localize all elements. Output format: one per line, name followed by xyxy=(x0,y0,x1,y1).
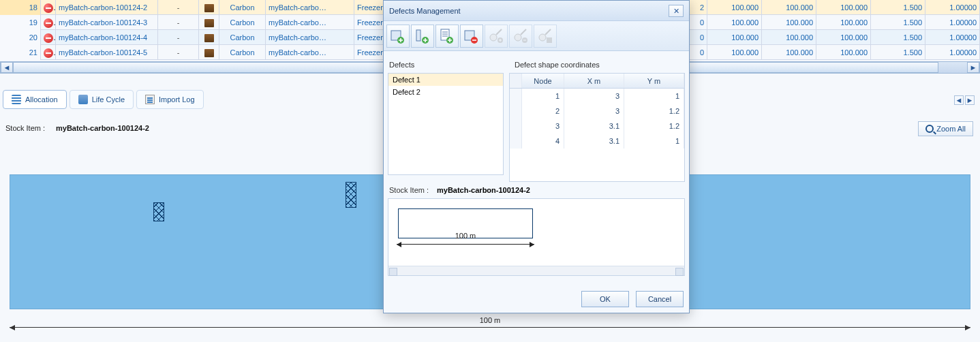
svg-rect-13 xyxy=(547,37,552,43)
book-icon-cell xyxy=(199,45,219,60)
tab-allocation-label: Allocation xyxy=(25,95,58,104)
row-v2: 100.000 xyxy=(762,15,816,30)
row-v3: 100.000 xyxy=(816,15,871,30)
coord-x[interactable]: 3.1 xyxy=(564,119,624,134)
scroll-left-button[interactable]: ◄ xyxy=(1,62,13,73)
add-node-button xyxy=(485,25,508,48)
stock-item-label: Stock Item : xyxy=(5,124,45,132)
row-v2: 100.000 xyxy=(762,0,816,15)
ok-button[interactable]: OK xyxy=(581,291,629,307)
col-node: Node xyxy=(522,74,564,88)
row-name: myBatch-carbon-100124-5 xyxy=(56,45,158,60)
row-dash: - xyxy=(158,45,199,60)
defects-list[interactable]: Defect 1Defect 2 xyxy=(388,73,504,175)
status-icon-cell xyxy=(41,15,56,30)
defect-marker-1[interactable] xyxy=(153,202,164,221)
minus-icon xyxy=(44,48,53,58)
remove-defect-icon xyxy=(463,28,480,44)
status-icon-cell xyxy=(41,45,56,60)
col-x: X m xyxy=(564,74,624,88)
row-batch: myBatch-carbo… xyxy=(266,0,354,15)
tab-import-log[interactable]: Import Log xyxy=(136,90,204,109)
clear-nodes-icon xyxy=(537,28,553,44)
dimension-text: 100 m xyxy=(477,316,504,324)
row-dash: - xyxy=(158,30,199,45)
dialog-toolbar xyxy=(384,21,689,51)
add-shape-icon xyxy=(414,28,431,44)
dialog-canvas-scrollbar[interactable] xyxy=(388,266,684,275)
row-v3: 100.000 xyxy=(816,45,871,60)
coord-row[interactable]: 43.11 xyxy=(510,134,684,149)
svg-point-10 xyxy=(515,34,521,41)
add-shape-button[interactable] xyxy=(411,25,434,48)
row-name: myBatch-carbon-100124-3 xyxy=(56,15,158,30)
dialog-close-button[interactable]: ✕ xyxy=(669,5,684,17)
coord-node: 1 xyxy=(522,89,564,104)
row-index: 21 xyxy=(0,45,41,60)
row-batch: myBatch-carbo… xyxy=(266,30,354,45)
coord-x[interactable]: 3 xyxy=(564,104,624,119)
row-name: myBatch-carbon-100124-2 xyxy=(56,0,158,15)
book-icon xyxy=(204,49,214,57)
coord-row[interactable]: 131 xyxy=(510,89,684,104)
row-v4: 1.500 xyxy=(871,30,925,45)
row-name: myBatch-carbon-100124-4 xyxy=(56,30,158,45)
minus-icon xyxy=(44,18,53,28)
zoom-all-button[interactable]: Zoom All xyxy=(918,121,973,136)
svg-point-12 xyxy=(539,34,546,41)
coord-row[interactable]: 33.11.2 xyxy=(510,119,684,134)
dialog-dimension: 100 m xyxy=(397,244,534,245)
row-v5: 1.00000 xyxy=(925,0,980,15)
row-v4: 1.500 xyxy=(871,15,925,30)
tab-life-cycle[interactable]: Life Cycle xyxy=(70,90,134,109)
coord-row[interactable]: 231.2 xyxy=(510,104,684,119)
row-v1: 100.000 xyxy=(707,15,762,30)
coord-y[interactable]: 1 xyxy=(624,134,684,149)
row-v3: 100.000 xyxy=(816,30,871,45)
coord-x[interactable]: 3 xyxy=(564,89,624,104)
coord-x[interactable]: 3.1 xyxy=(564,134,624,149)
pager: ◄ ► xyxy=(954,95,975,105)
svg-point-8 xyxy=(490,34,497,41)
row-batch: myBatch-carbo… xyxy=(266,45,354,60)
zoom-icon xyxy=(925,125,934,133)
coord-y[interactable]: 1 xyxy=(624,89,684,104)
dialog-canvas[interactable]: 100 m xyxy=(388,198,685,276)
stock-item-value: myBatch-carbon-100124-2 xyxy=(56,124,149,132)
dialog-title: Defects Management xyxy=(389,7,461,15)
row-batch: myBatch-carbo… xyxy=(266,15,354,30)
book-icon xyxy=(204,4,214,12)
pager-prev[interactable]: ◄ xyxy=(954,95,964,105)
svg-rect-2 xyxy=(416,30,420,41)
cancel-button[interactable]: Cancel xyxy=(636,291,684,307)
row-v2: 100.000 xyxy=(762,30,816,45)
tab-allocation[interactable]: Allocation xyxy=(3,90,67,109)
dialog-titlebar[interactable]: Defects Management ✕ xyxy=(384,1,689,21)
import-defects-icon xyxy=(439,28,455,44)
import-defects-button[interactable] xyxy=(435,25,459,48)
status-icon-cell xyxy=(41,0,56,15)
row-index: 18 xyxy=(0,0,41,15)
defects-list-label: Defects xyxy=(389,61,414,69)
pager-next[interactable]: ► xyxy=(965,95,975,105)
book-icon xyxy=(204,34,214,42)
detail-tabs: Allocation Life Cycle Import Log xyxy=(3,90,204,109)
coord-y[interactable]: 1.2 xyxy=(624,104,684,119)
scroll-right-button[interactable]: ► xyxy=(967,62,979,73)
row-v4: 1.500 xyxy=(871,0,925,15)
remove-defect-button[interactable] xyxy=(460,25,483,48)
coordinates-grid[interactable]: Node X m Y m 131231.233.11.243.11 xyxy=(509,73,685,182)
add-defect-button[interactable] xyxy=(386,25,410,48)
tab-import-log-label: Import Log xyxy=(159,95,195,104)
book-icon-cell xyxy=(199,30,219,45)
row-index: 19 xyxy=(0,15,41,30)
defect-marker-2[interactable] xyxy=(346,182,356,208)
coord-row-indicator xyxy=(510,134,522,149)
defect-list-item[interactable]: Defect 2 xyxy=(388,86,503,98)
row-material: Carbon xyxy=(219,45,266,60)
coord-row-indicator xyxy=(510,89,522,104)
row-v5: 1.00000 xyxy=(925,45,980,60)
defect-list-item[interactable]: Defect 1 xyxy=(388,74,503,86)
coord-y[interactable]: 1.2 xyxy=(624,119,684,134)
life-cycle-icon xyxy=(78,95,88,104)
